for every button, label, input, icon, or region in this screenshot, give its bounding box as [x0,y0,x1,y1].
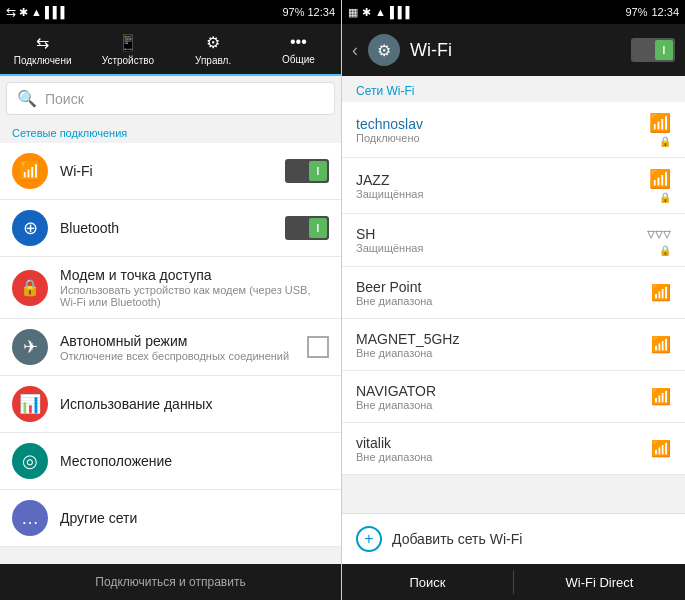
left-bottom-bar[interactable]: Подключиться и отправить [0,564,341,600]
right-bluetooth-icon: ✱ [362,6,371,19]
swap-icon: ⇆ [6,5,16,19]
wifi-section-header: Сети Wi-Fi [342,76,685,102]
bluetooth-item-text: Bluetooth [60,220,273,236]
left-tab-bar: ⇆ Подключени 📱 Устройство ⚙ Управл. ••• … [0,24,341,76]
wifi-icon: 📶 [12,153,48,189]
wifi-header-toggle-indicator: I [655,40,673,60]
wifi-network-vitalik[interactable]: vitalik Вне диапазона 📶 [342,423,685,475]
connections-icon: ⇆ [36,33,49,52]
search-icon: 🔍 [17,89,37,108]
modem-icon: 🔒 [12,270,48,306]
wifi-signal-5: 📶 [651,387,671,406]
wifi-item-text-4: MAGNET_5GHz Вне диапазона [356,331,641,359]
tab-device-label: Устройство [102,55,154,66]
signal-icon-1: 📶 [649,168,671,190]
search-placeholder: Поиск [45,91,84,107]
wifi-network-technoslav[interactable]: technoslav Подключено 📶 🔒 [342,102,685,158]
wifi-name-4: MAGNET_5GHz [356,331,641,347]
othernets-item-text: Другие сети [60,510,329,526]
right-signal-icon: ▌▌▌ [390,6,413,18]
wifi-status-0: Подключено [356,132,639,144]
wifi-item-text-5: NAVIGATOR Вне диапазона [356,383,641,411]
tab-device[interactable]: 📱 Устройство [85,24,170,76]
back-button[interactable]: ‹ [352,40,358,61]
signal-bars-icon: ▌▌▌ [45,6,68,18]
wifi-signal-3: 📶 [651,283,671,302]
wifi-network-navigator[interactable]: NAVIGATOR Вне диапазона 📶 [342,371,685,423]
wifi-direct-label: Wi-Fi Direct [566,575,634,590]
datausage-item-text: Использование данных [60,396,329,412]
airplane-item-text: Автономный режим Отключение всех беспров… [60,333,295,362]
datausage-icon: 📊 [12,386,48,422]
menu-item-location[interactable]: ◎ Местоположение [0,433,341,490]
signal-icon-5: 📶 [651,387,671,406]
left-panel: ⇆ ✱ ▲ ▌▌▌ 97% 12:34 ⇆ Подключени 📱 Устро… [0,0,342,600]
right-status-icons: ▦ ✱ ▲ ▌▌▌ [348,6,413,19]
wifi-status-5: Вне диапазона [356,399,641,411]
wifi-header: ‹ ⚙ Wi-Fi I [342,24,685,76]
wifi-signal-6: 📶 [651,439,671,458]
wifi-direct-button[interactable]: Wi-Fi Direct [514,564,685,600]
wifi-item-text: Wi-Fi [60,163,273,179]
right-wifi-icon: ▲ [375,6,386,18]
add-wifi-plus-icon: + [356,526,382,552]
wifi-status-4: Вне диапазона [356,347,641,359]
wifi-network-jazz[interactable]: JAZZ Защищённая 📶 🔒 [342,158,685,214]
signal-icon-3: 📶 [651,283,671,302]
menu-item-wifi[interactable]: 📶 Wi-Fi I [0,143,341,200]
airplane-checkbox[interactable] [307,336,329,358]
tab-connections[interactable]: ⇆ Подключени [0,24,85,76]
left-status-icons: ⇆ ✱ ▲ ▌▌▌ [6,5,68,19]
menu-item-bluetooth[interactable]: ⊕ Bluetooth I [0,200,341,257]
wifi-toggle[interactable]: I [285,159,329,183]
wifi-header-toggle[interactable]: I [631,38,675,62]
left-status-right: 97% 12:34 [282,6,335,18]
wifi-name-1: JAZZ [356,172,639,188]
bluetooth-toggle[interactable]: I [285,216,329,240]
modem-item-subtitle: Использовать устройство как модем (через… [60,284,329,308]
wifi-header-title: Wi-Fi [410,40,621,61]
location-item-text: Местоположение [60,453,329,469]
add-wifi-label: Добавить сеть Wi-Fi [392,531,522,547]
wifi-network-sh[interactable]: SH Защищённая ▿▿▿ 🔒 [342,214,685,267]
tab-manage[interactable]: ⚙ Управл. [171,24,256,76]
wifi-settings-icon[interactable]: ⚙ [368,34,400,66]
tab-general-label: Общие [282,54,315,65]
wifi-status-6: Вне диапазона [356,451,641,463]
wifi-item-text-0: technoslav Подключено [356,116,639,144]
lock-icon-0: 🔒 [659,136,671,147]
wifi-item-text-2: SH Защищённая [356,226,637,254]
datausage-item-title: Использование данных [60,396,329,412]
add-wifi-row[interactable]: + Добавить сеть Wi-Fi [342,513,685,564]
search-bar[interactable]: 🔍 Поиск [6,82,335,115]
modem-item-text: Модем и точка доступа Использовать устро… [60,267,329,308]
signal-icon-0: 📶 [649,112,671,134]
wifi-search-label: Поиск [409,575,445,590]
tab-connections-label: Подключени [14,55,72,66]
wifi-network-beerpoint[interactable]: Beer Point Вне диапазона 📶 [342,267,685,319]
menu-item-othernets[interactable]: … Другие сети [0,490,341,547]
wifi-item-text-3: Beer Point Вне диапазона [356,279,641,307]
wifi-name-5: NAVIGATOR [356,383,641,399]
wifi-signal-0: 📶 🔒 [649,112,671,147]
menu-item-airplane[interactable]: ✈ Автономный режим Отключение всех беспр… [0,319,341,376]
signal-icon-6: 📶 [651,439,671,458]
wifi-status-icon: ▲ [31,6,42,18]
menu-item-modem[interactable]: 🔒 Модем и точка доступа Использовать уст… [0,257,341,319]
wifi-status-3: Вне диапазона [356,295,641,307]
tab-general[interactable]: ••• Общие [256,24,341,76]
wifi-item-title: Wi-Fi [60,163,273,179]
lock-icon-1: 🔒 [659,192,671,203]
wifi-search-button[interactable]: Поиск [342,564,513,600]
right-battery: 97% [625,6,647,18]
left-status-bar: ⇆ ✱ ▲ ▌▌▌ 97% 12:34 [0,0,341,24]
location-item-title: Местоположение [60,453,329,469]
wifi-network-magnet[interactable]: MAGNET_5GHz Вне диапазона 📶 [342,319,685,371]
tab-manage-label: Управл. [195,55,231,66]
clock: 12:34 [307,6,335,18]
right-status-right: 97% 12:34 [625,6,679,18]
bluetooth-icon: ⊕ [12,210,48,246]
menu-item-datausage[interactable]: 📊 Использование данных [0,376,341,433]
wifi-signal-4: 📶 [651,335,671,354]
general-icon: ••• [290,33,307,51]
